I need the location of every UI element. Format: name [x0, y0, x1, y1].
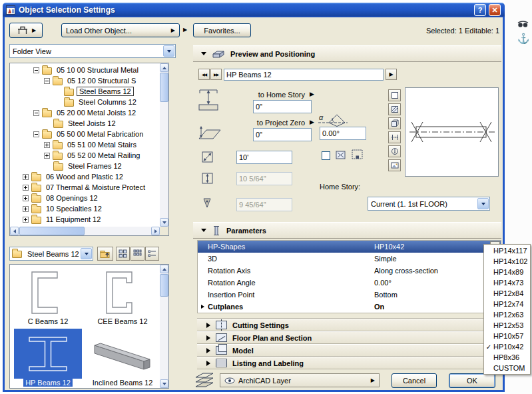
thumbnail-hp-beams[interactable]: HP Beams 12: [11, 329, 85, 388]
preview-picture-button[interactable]: [388, 159, 401, 171]
parent-folder-button[interactable]: [97, 247, 113, 261]
object-name-flyout-button[interactable]: ▶: [386, 69, 397, 80]
tree-item[interactable]: 11 Equipment 12: [11, 214, 159, 225]
thumbnail-scrollbar[interactable]: [160, 265, 168, 388]
parameter-row[interactable]: Rotation Angle0.00°: [198, 277, 501, 289]
expand-plus-icon[interactable]: [23, 185, 29, 191]
tree-horizontal-scrollbar[interactable]: [10, 227, 160, 235]
scroll-down-button[interactable]: [160, 379, 168, 388]
shape-menu-item[interactable]: HP8x36: [484, 352, 530, 363]
section-floor-plan-and-section[interactable]: Floor Plan and Section: [197, 331, 501, 344]
mirror-state-icon[interactable]: [336, 150, 346, 160]
tree-item[interactable]: 05 52 00 Metal Railing: [11, 150, 159, 161]
preview-2d-symbol-button[interactable]: [388, 89, 401, 101]
collapse-minus-icon[interactable]: [33, 131, 39, 137]
layer-selector[interactable]: ArchiCAD Layer ▶: [220, 373, 380, 387]
preview-info-button[interactable]: [388, 145, 401, 157]
section-listing-and-labeling[interactable]: Listing and Labeling: [197, 357, 501, 369]
tree-item[interactable]: Steel Beams 12: [11, 86, 159, 97]
tree-item[interactable]: 05 12 00 Structural S: [11, 75, 159, 86]
collapse-minus-icon[interactable]: [44, 78, 50, 84]
tree-item[interactable]: 10 Specialties 12: [11, 203, 159, 214]
expand-plus-icon[interactable]: [23, 206, 29, 212]
preview-3d-button[interactable]: [388, 117, 401, 129]
preview-viewport[interactable]: [405, 87, 499, 177]
thumbnail-c-beams[interactable]: C Beams 12: [11, 267, 85, 327]
expand-plus-icon[interactable]: [23, 174, 29, 180]
parameter-row[interactable]: 3DSimple: [198, 253, 501, 265]
scroll-thumb[interactable]: [160, 274, 168, 297]
parameter-row[interactable]: Insertion PointBottom: [198, 289, 501, 301]
parameter-row[interactable]: CutplanesOn: [198, 301, 501, 313]
tree-item[interactable]: Steel Frames 12: [11, 161, 159, 171]
large-icons-view-button[interactable]: [116, 247, 130, 261]
scroll-left-button[interactable]: [10, 227, 19, 235]
tree-item[interactable]: 05 10 00 Structural Metal: [11, 65, 159, 75]
tree-item[interactable]: Steel Joists 12: [11, 118, 159, 129]
scroll-up-button[interactable]: [160, 265, 168, 273]
favorites-button[interactable]: Favorites...: [193, 23, 251, 37]
scroll-thumb[interactable]: [19, 227, 85, 235]
parameter-row[interactable]: HP-ShapesHP10x42▶: [198, 241, 501, 253]
parameter-row[interactable]: Rotation AxisAlong cross-section: [198, 265, 501, 277]
scroll-thumb[interactable]: [160, 73, 168, 102]
previous-object-button[interactable]: ◀◀: [198, 69, 210, 80]
mirror-checkbox[interactable]: [322, 151, 330, 160]
to-project-zero-input[interactable]: [253, 128, 312, 141]
shape-menu-item[interactable]: HP14x117: [484, 245, 530, 256]
combo-arrow-button[interactable]: [163, 45, 174, 57]
combo-arrow-button[interactable]: [477, 198, 489, 209]
tree-item[interactable]: 07 Thermal & Moisture Protect: [11, 182, 159, 193]
shape-menu-item[interactable]: HP14x73: [484, 277, 530, 288]
close-button[interactable]: ✕: [489, 4, 501, 16]
load-other-object-button[interactable]: Load Other Object... ▶: [61, 23, 180, 37]
section-preview-and-positioning[interactable]: Preview and Positioning: [193, 45, 501, 62]
tree-item[interactable]: 05 51 00 Metal Stairs: [11, 139, 159, 150]
shape-menu-item[interactable]: HP12x84: [484, 288, 530, 299]
library-view-selector[interactable]: Folder View: [9, 44, 176, 58]
tree-item[interactable]: 08 Openings 12: [11, 193, 159, 203]
to-home-story-flyout-button[interactable]: ▶: [307, 89, 317, 99]
to-home-story-input[interactable]: [253, 100, 312, 113]
expand-plus-icon[interactable]: [44, 142, 50, 148]
expand-plus-icon[interactable]: [23, 195, 29, 201]
tree-vertical-scrollbar[interactable]: [160, 63, 168, 227]
expand-plus-icon[interactable]: [23, 217, 29, 223]
thumbnail-cee-beams[interactable]: CEE Beams 12: [86, 267, 159, 327]
thumbnail-inclined-beams[interactable]: Inclined Beams 12: [86, 329, 159, 388]
titlebar[interactable]: Object Selection Settings ? ✕: [3, 3, 505, 17]
rotation-angle-input[interactable]: [320, 127, 366, 140]
background-tool-icon[interactable]: [516, 17, 529, 31]
preview-2d-view-button[interactable]: [388, 103, 401, 115]
shape-menu-item[interactable]: HP12x53: [484, 320, 530, 331]
collapse-minus-icon[interactable]: [33, 110, 39, 116]
preview-section-button[interactable]: [388, 131, 401, 143]
ok-button[interactable]: OK: [449, 373, 495, 388]
shape-menu-item[interactable]: HP10x57: [484, 331, 530, 341]
tree-item[interactable]: 05 20 00 Metal Joists 12: [11, 107, 159, 118]
tree-item[interactable]: Steel Columns 12: [11, 97, 159, 107]
flyout-arrow-icon[interactable]: ▶: [183, 27, 187, 33]
anchor-icon[interactable]: ⚓: [517, 32, 530, 45]
to-project-zero-flyout-button[interactable]: ▶: [307, 117, 317, 127]
shape-menu-item[interactable]: ✓HP10x42: [484, 341, 530, 352]
shape-menu-item[interactable]: HP12x74: [484, 299, 530, 309]
expand-plus-icon[interactable]: [44, 153, 50, 159]
home-story-selector[interactable]: Current (1. 1st FLOOR): [368, 197, 490, 211]
current-object-selector[interactable]: Steel Beams 12: [9, 247, 93, 261]
section-cutting-settings[interactable]: Cutting Settings: [197, 319, 501, 331]
tree-item[interactable]: 06 Wood and Plastic 12: [11, 171, 159, 182]
expand-arrow-icon[interactable]: [198, 305, 208, 309]
scroll-down-button[interactable]: [160, 218, 168, 227]
shape-menu-item[interactable]: HP14x89: [484, 267, 530, 277]
default-object-menu-button[interactable]: ▶: [9, 23, 43, 38]
help-button[interactable]: ?: [474, 4, 486, 16]
object-name-field[interactable]: HP Beams 12: [224, 69, 384, 81]
object-height-input[interactable]: [236, 151, 292, 164]
scroll-up-button[interactable]: [160, 63, 168, 72]
insertion-point-icon[interactable]: [351, 149, 364, 161]
list-view-button[interactable]: [145, 247, 159, 261]
small-icons-view-button[interactable]: [131, 247, 144, 261]
shape-menu-item[interactable]: HP12x63: [484, 309, 530, 320]
scroll-right-button[interactable]: [151, 227, 160, 235]
